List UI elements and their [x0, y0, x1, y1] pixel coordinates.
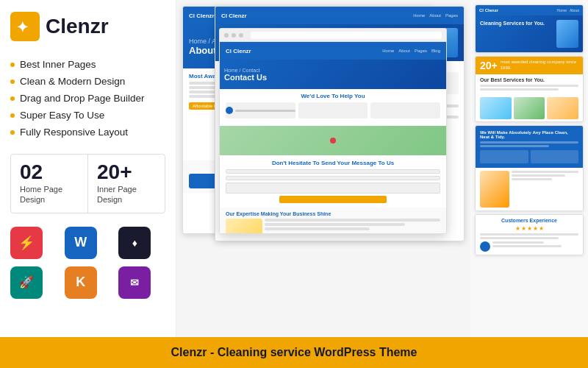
- mock-map: [220, 126, 446, 155]
- bottom-title: Clenzr - Cleaning service WordPress Them…: [171, 346, 417, 359]
- logo-icon: ✦: [10, 12, 40, 41]
- right-service-cards: [476, 95, 583, 121]
- right-panel: Cl Clenzr Home About Cleaning Services f…: [470, 0, 588, 337]
- stat-home-pages: 02 Home Page Design: [11, 155, 88, 213]
- elementor-icon-badge: ⚡: [10, 227, 43, 259]
- stat-home-number: 02: [20, 162, 79, 183]
- contact-screenshot: Cl Clenzr Home About Pages Blog Home / C…: [219, 28, 447, 234]
- feature-item-5: Fully Responsive Layout: [10, 124, 165, 141]
- right-badge-text: most awarded cleaning company since 1999…: [501, 60, 578, 71]
- contact-form-title: Don't Hesitate To Send Your Message To U…: [226, 160, 440, 166]
- right-screenshot-1: Cl Clenzr Home About Cleaning Services f…: [475, 4, 584, 53]
- right-screenshot-4: Customers Experience ★ ★ ★ ★ ★: [475, 214, 584, 255]
- mock-contact-form: Don't Hesitate To Send Your Message To U…: [220, 155, 446, 208]
- icons-row: ⚡ W ♦ 🚀 K ✉: [10, 227, 165, 299]
- logo-text: Clenzr: [46, 15, 109, 38]
- screenshot-stack: Cl Clenzr Home About Pages Blog Home / A…: [182, 6, 465, 331]
- mock-nav-logo-2: Cl Clenzr: [221, 13, 247, 19]
- rocket-icon-badge: 🚀: [10, 266, 43, 299]
- k-icon-badge: K: [65, 266, 97, 299]
- center-panel: Cl Clenzr Home About Pages Blog Home / A…: [176, 0, 470, 337]
- right-customer-title: Customers Experience: [480, 218, 578, 223]
- mailchimp-icon-badge: ✉: [118, 266, 151, 299]
- feature-item-4: Super Easy To Use: [10, 107, 165, 124]
- mock-nav-2: Cl Clenzr Home About Pages: [215, 7, 464, 24]
- right-stars: ★ ★ ★ ★ ★: [480, 225, 578, 232]
- right-hero-title: Cleaning Services for You.: [480, 20, 553, 26]
- right-customer-section: Customers Experience ★ ★ ★ ★ ★: [476, 215, 583, 255]
- right-screenshot-3: We Will Make Absolutely Any Place Clean,…: [475, 125, 584, 211]
- right-hero: Cleaning Services for You.: [476, 15, 583, 52]
- right-service-title: Our Best Services for You.: [480, 77, 578, 82]
- stats-row: 02 Home Page Design 20+ Inner Page Desig…: [10, 154, 165, 213]
- expertise-title: Our Expertise Making Your Business Shine: [226, 211, 440, 216]
- stat-inner-number: 20+: [97, 162, 156, 183]
- content-area: ✦ Clenzr Best Inner Pages Clean & Modern…: [0, 0, 588, 337]
- feature-item-1: Best Inner Pages: [10, 56, 165, 73]
- mock-browser-bar: [220, 29, 446, 42]
- contact-title: Contact Us: [224, 73, 267, 82]
- right-screenshot-2: 20+ most awarded cleaning company since …: [475, 56, 584, 122]
- features-list: Best Inner Pages Clean & Modern Design D…: [10, 56, 165, 141]
- main-container: ✦ Clenzr Best Inner Pages Clean & Modern…: [0, 0, 588, 368]
- wordpress-icon-badge: W: [65, 227, 97, 259]
- stat-home-label: Home Page Design: [20, 184, 79, 205]
- right-yellow-badge: 20+ most awarded cleaning company since …: [476, 57, 583, 74]
- logo-area: ✦ Clenzr: [10, 12, 165, 41]
- right-badge-number: 20+: [480, 60, 498, 71]
- left-panel: ✦ Clenzr Best Inner Pages Clean & Modern…: [0, 0, 176, 337]
- mock-nav-logo-1: Cl Clenzr: [189, 13, 215, 19]
- mock-nav-contact: Cl Clenzr Home About Pages Blog: [220, 42, 446, 60]
- svg-text:✦: ✦: [16, 19, 29, 35]
- stat-inner-pages: 20+ Inner Page Design: [88, 155, 165, 213]
- mock-nav-items-2: Home About Pages: [413, 13, 458, 18]
- right-blue-title: We Will Make Absolutely Any Place Clean,…: [480, 130, 578, 139]
- help-title: We'd Love To Help You: [226, 93, 440, 99]
- feature-item-3: Drag and Drop Page Builder: [10, 90, 165, 107]
- right-blue-section: We Will Make Absolutely Any Place Clean,…: [476, 126, 583, 168]
- bottom-bar: Clenzr - Cleaning service WordPress Them…: [0, 337, 588, 368]
- feature-item-2: Clean & Modern Design: [10, 73, 165, 90]
- bootstrap-icon-badge: ♦: [118, 227, 151, 259]
- stat-inner-label: Inner Page Design: [97, 184, 156, 205]
